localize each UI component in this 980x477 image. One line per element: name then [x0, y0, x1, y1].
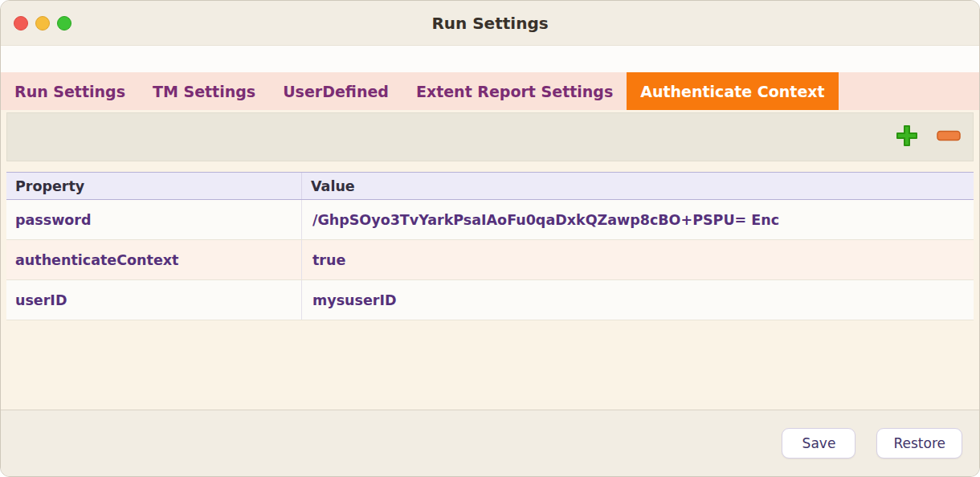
tab-extent-report-settings[interactable]: Extent Report Settings	[402, 72, 627, 110]
tab-authenticate-context[interactable]: Authenticate Context	[627, 72, 838, 110]
footer-bar: Save Restore	[1, 410, 979, 476]
tab-content: Property Value password /GhpSOyo3TvYarkP…	[1, 110, 979, 410]
table-row[interactable]: userID mysuserID	[6, 280, 974, 320]
tab-userdefined[interactable]: UserDefined	[269, 72, 402, 110]
table-header-row: Property Value	[6, 172, 974, 200]
property-cell: userID	[6, 280, 302, 320]
save-button[interactable]: Save	[782, 428, 855, 459]
zoom-button[interactable]	[57, 16, 71, 31]
value-cell: true	[302, 240, 974, 279]
property-cell: authenticateContext	[6, 240, 302, 279]
tab-tm-settings[interactable]: TM Settings	[139, 72, 269, 110]
column-header-property: Property	[6, 173, 302, 199]
table-row[interactable]: password /GhpSOyo3TvYarkPsaIAoFu0qaDxkQZ…	[6, 200, 974, 240]
remove-row-button[interactable]	[935, 128, 962, 145]
property-cell: password	[6, 200, 302, 239]
run-settings-window: Run Settings Run Settings TM Settings Us…	[0, 0, 980, 477]
tab-run-settings[interactable]: Run Settings	[1, 72, 139, 110]
window-title: Run Settings	[431, 14, 548, 33]
table-row[interactable]: authenticateContext true	[6, 240, 974, 280]
value-cell: /GhpSOyo3TvYarkPsaIAoFu0qaDxkQZawp8cBO+P…	[302, 200, 974, 239]
titlebar-separator	[1, 46, 979, 72]
properties-table: Property Value password /GhpSOyo3TvYarkP…	[6, 172, 974, 320]
add-row-button[interactable]	[893, 122, 921, 152]
tab-bar: Run Settings TM Settings UserDefined Ext…	[1, 72, 979, 110]
table-toolbar	[6, 112, 974, 161]
minus-icon	[937, 130, 961, 144]
column-header-value: Value	[302, 173, 974, 199]
titlebar: Run Settings	[1, 1, 979, 46]
close-button[interactable]	[14, 16, 28, 31]
minimize-button[interactable]	[35, 16, 50, 31]
value-cell: mysuserID	[302, 280, 974, 320]
restore-button[interactable]: Restore	[876, 428, 962, 459]
plus-icon	[895, 124, 919, 150]
traffic-lights	[14, 16, 71, 31]
